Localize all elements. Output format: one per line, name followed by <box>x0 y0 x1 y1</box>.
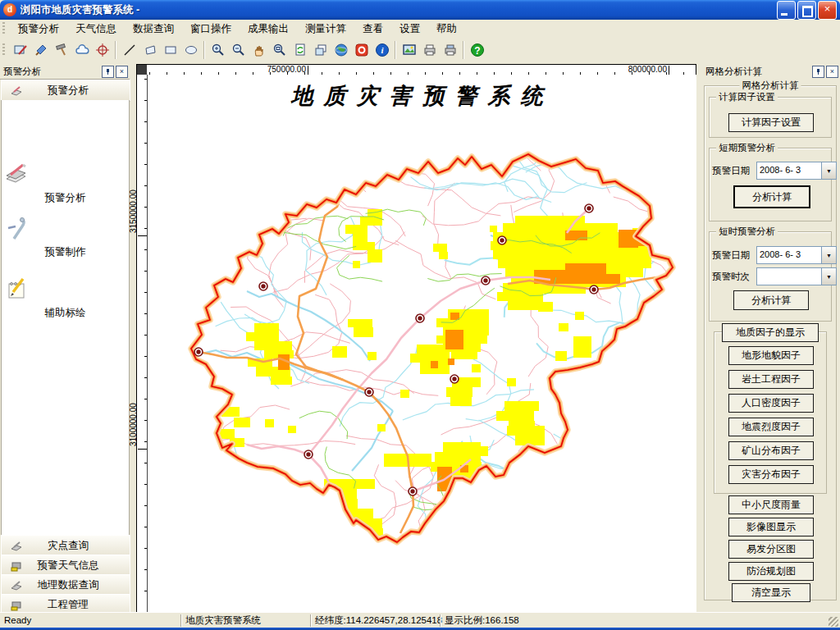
geotech-factor-button[interactable]: 岩土工程因子 <box>728 370 814 389</box>
menu-grip[interactable] <box>2 22 5 35</box>
toolbar-grip[interactable] <box>2 43 5 57</box>
stop-icon[interactable] <box>351 40 372 60</box>
warning-analysis-item-icon <box>2 161 30 189</box>
item-warning-production[interactable]: 预警制作 <box>2 215 129 259</box>
close-icon[interactable]: × <box>116 66 128 78</box>
hazard-factor-button[interactable]: 灾害分布因子 <box>728 465 814 484</box>
status-system-name: 地质灾害预警系统 <box>185 614 261 627</box>
pan-hand-icon[interactable] <box>249 40 269 60</box>
menu-help[interactable]: 帮助 <box>428 21 465 38</box>
image-display-button[interactable]: 影像图显示 <box>728 518 814 536</box>
map-canvas[interactable]: 地质灾害预警系统 <box>147 75 696 612</box>
alarm-icon <box>10 84 23 98</box>
menu-window-ops[interactable]: 窗口操作 <box>182 21 240 38</box>
minimize-icon <box>781 13 788 16</box>
factor-setting-button[interactable]: 计算因子设置 <box>728 113 814 132</box>
target-icon[interactable] <box>92 40 112 60</box>
info-icon[interactable]: i <box>372 40 392 60</box>
seismic-factor-button[interactable]: 地震烈度因子 <box>728 418 814 436</box>
short-term-date-combobox[interactable]: 2008- 6- 3 ▼ <box>756 162 837 180</box>
polygon-tool-icon[interactable] <box>139 40 160 60</box>
hammer-icon[interactable] <box>51 40 71 60</box>
maximize-button[interactable] <box>797 1 816 20</box>
toolbar: i ? <box>0 38 840 63</box>
menu-result-output[interactable]: 成果输出 <box>240 21 297 38</box>
pin-icon[interactable] <box>812 66 824 78</box>
right-panel-header: 网格分析计算 × <box>702 64 840 80</box>
ruler-y-label: 3150000.00 <box>129 189 138 233</box>
short-term-date-value: 2008- 6- 3 <box>757 162 821 179</box>
menu-view[interactable]: 查看 <box>354 21 391 38</box>
status-coordinates: 经纬度:114.226457,28.125418 <box>315 614 442 627</box>
refresh-icon[interactable] <box>290 40 310 60</box>
cloud-icon[interactable] <box>71 40 92 60</box>
globe-icon[interactable] <box>331 40 351 60</box>
short-time-period-combobox[interactable]: ▼ <box>756 267 837 285</box>
chevron-down-icon[interactable]: ▼ <box>821 247 836 263</box>
section-warning-analysis[interactable]: 预警分析 <box>1 80 130 102</box>
pin-icon[interactable] <box>102 66 114 78</box>
zoom-in-icon[interactable] <box>208 40 228 60</box>
section-label: 地理数据查询 <box>23 578 130 592</box>
zoom-window-icon[interactable] <box>269 40 290 60</box>
section-label: 预警分析 <box>23 84 130 98</box>
short-time-date-value: 2008- 6- 3 <box>757 247 821 263</box>
town-marker <box>450 375 459 383</box>
rainfall-button[interactable]: 中小尺度雨量 <box>728 495 814 514</box>
copy-layers-icon[interactable] <box>310 40 331 60</box>
map-title: 地质灾害预警系统 <box>148 81 696 111</box>
short-time-period-value <box>757 268 821 285</box>
susceptibility-map-button[interactable]: 易发分区图 <box>728 540 814 559</box>
close-icon[interactable]: × <box>826 66 838 78</box>
item-auxiliary-plotting[interactable]: 辅助标绘 <box>2 276 129 320</box>
short-term-group: 短期预警分析 <box>709 148 832 221</box>
title-bar[interactable]: d 浏阳市地质灾害预警系统 - × <box>0 0 840 20</box>
section-warning-weather-info[interactable]: 预警天气信息 <box>1 555 130 577</box>
print-icon[interactable] <box>419 40 440 60</box>
menu-weather-info[interactable]: 天气信息 <box>67 21 125 38</box>
zoom-out-icon[interactable] <box>228 40 249 60</box>
town-marker <box>304 450 313 459</box>
minimize-button[interactable] <box>777 1 796 20</box>
town-marker <box>416 314 424 322</box>
short-time-calc-button[interactable]: 分析计算 <box>733 290 809 310</box>
short-term-date-label: 预警日期 <box>712 165 750 177</box>
population-factor-button[interactable]: 人口密度因子 <box>728 394 814 413</box>
menu-settings[interactable]: 设置 <box>391 21 428 38</box>
short-time-period-label: 预警时次 <box>712 271 750 283</box>
clear-display-button[interactable]: 清空显示 <box>732 583 810 602</box>
section-geo-data-query[interactable]: 地理数据查询 <box>1 574 130 596</box>
resize-grip[interactable] <box>829 617 838 627</box>
chevron-down-icon[interactable]: ▼ <box>821 268 836 285</box>
menu-measure-calc[interactable]: 测量计算 <box>297 21 354 38</box>
ruler-y-label: 3100000.00 <box>129 403 138 446</box>
town-marker <box>585 204 593 212</box>
mine-factor-button[interactable]: 矿山分布因子 <box>728 441 814 460</box>
menu-data-query[interactable]: 数据查询 <box>125 21 182 38</box>
factor-display-button[interactable]: 地质因子的显示 <box>722 323 819 342</box>
main-area: 预警分析 × 预警分析 预警分析 预警制作 辅助标绘 <box>0 62 840 612</box>
print-setup-icon[interactable] <box>440 40 460 60</box>
pen-device-icon <box>10 579 23 592</box>
terrain-factor-button[interactable]: 地形地貌因子 <box>728 346 814 365</box>
ellipse-tool-icon[interactable] <box>180 40 201 60</box>
town-marker <box>409 487 417 495</box>
rectangle-tool-icon[interactable] <box>160 40 180 60</box>
warning-analysis-icon[interactable] <box>10 40 30 60</box>
line-tool-icon[interactable] <box>119 40 139 60</box>
help-icon[interactable]: ? <box>467 40 487 60</box>
short-term-calc-button[interactable]: 分析计算 <box>733 185 810 208</box>
short-time-date-combobox[interactable]: 2008- 6- 3 ▼ <box>756 246 837 264</box>
app-window: d 浏阳市地质灾害预警系统 - × 预警分析 天气信息 数据查询 窗口操作 成果… <box>0 0 840 630</box>
close-button[interactable]: × <box>818 1 837 20</box>
section-disaster-query[interactable]: 灾点查询 <box>1 535 130 557</box>
item-warning-analysis[interactable]: 预警分析 <box>2 161 129 205</box>
menu-warning-analysis[interactable]: 预警分析 <box>10 21 67 38</box>
right-panel-title: 网格分析计算 <box>702 66 812 78</box>
short-time-date-label: 预警日期 <box>712 249 750 262</box>
chevron-down-icon[interactable]: ▼ <box>821 162 836 179</box>
brush-icon[interactable] <box>30 40 51 60</box>
prevention-plan-button[interactable]: 防治规划图 <box>728 562 814 581</box>
image-export-icon[interactable] <box>399 40 419 60</box>
town-marker <box>482 276 490 285</box>
